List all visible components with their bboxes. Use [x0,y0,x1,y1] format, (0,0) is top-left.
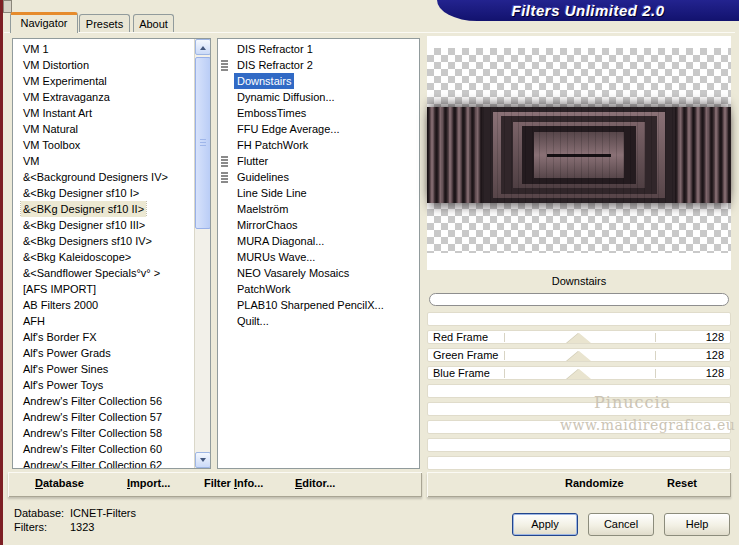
filter-item[interactable]: PLAB10 Sharpened PencilX... [218,297,419,313]
filter-item[interactable]: Line Side Line [218,185,419,201]
effect-columns-left [427,107,483,203]
filter-item[interactable]: FFU Edge Average... [218,121,419,137]
slider-tick [504,333,505,342]
app-title: Filters Unlimited 2.0 [511,2,664,19]
apply-button[interactable]: Apply [512,513,578,536]
category-item[interactable]: Andrew's Filter Collection 62 [13,457,192,469]
tab-presets[interactable]: Presets [79,14,130,33]
empty-slider-row [427,420,731,434]
category-item[interactable]: VM Extravaganza [13,89,192,105]
progress-bar [429,293,729,306]
slider-blue-frame[interactable]: Blue Frame 128 [427,366,731,380]
category-item[interactable]: VM [13,153,192,169]
filter-item[interactable]: PatchWork [218,281,419,297]
cancel-button[interactable]: Cancel [588,513,654,536]
category-item[interactable]: VM Distortion [13,57,192,73]
filter-item[interactable]: MURUs Wave... [218,249,419,265]
category-item[interactable]: VM Instant Art [13,105,192,121]
category-item[interactable]: Alf's Power Sines [13,361,192,377]
category-item[interactable]: Andrew's Filter Collection 60 [13,441,192,457]
scrollbar-thumb[interactable] [195,57,211,229]
slider-thumb[interactable] [567,369,591,379]
filter-item[interactable]: DIS Refractor 2 [218,57,419,73]
filter-item[interactable]: Flutter [218,153,419,169]
empty-slider-row [427,384,731,398]
title-banner: Filters Unlimited 2.0 [437,0,739,21]
category-item[interactable]: VM Experimental [13,73,192,89]
help-button[interactable]: Help [664,513,730,536]
category-item[interactable]: &<Sandflower Specials°v° > [13,265,192,281]
category-item[interactable]: Andrew's Filter Collection 56 [13,393,192,409]
category-scrollbar[interactable] [194,39,210,468]
menu-import[interactable]: Import... [127,477,170,489]
filters-unlimited-dialog: Filters Unlimited 2.0 Navigator Presets … [0,0,739,545]
slider-tick [655,333,656,342]
filter-item[interactable]: EmbossTimes [218,105,419,121]
category-item[interactable]: AFH [13,313,192,329]
slider-tick [504,351,505,360]
empty-slider-row [427,456,731,470]
status-database-value: ICNET-Filters [70,507,136,519]
category-item[interactable]: &<Bkg Designer sf10 I> [13,185,192,201]
preset-marker-icon [221,60,228,71]
chevron-up-icon [200,43,206,50]
status-filters-label: Filters: [14,521,70,533]
menu-reset[interactable]: Reset [667,477,697,489]
empty-slider-row [427,402,731,416]
preset-marker-icon [221,156,228,167]
filter-effect-band [427,107,731,203]
slider-red-frame[interactable]: Red Frame 128 [427,330,731,344]
scrollbar-down-button[interactable] [195,452,211,468]
category-item-selected[interactable]: &<BKg Designer sf10 II> [13,201,192,217]
slider-thumb[interactable] [567,351,591,361]
category-list[interactable]: VM 1 VM Distortion VM Experimental VM Ex… [12,38,211,469]
category-item[interactable]: &<Bkg Designer sf10 III> [13,217,192,233]
slider-tick [655,351,656,360]
category-item[interactable]: &<Bkg Kaleidoscope> [13,249,192,265]
status-filters-value: 1323 [70,521,94,533]
filter-item-selected[interactable]: Downstairs [218,73,419,89]
filter-item[interactable]: MirrorChaos [218,217,419,233]
filter-item[interactable]: MURA Diagonal... [218,233,419,249]
filter-item[interactable]: Maelström [218,201,419,217]
category-item[interactable]: Andrew's Filter Collection 58 [13,425,192,441]
category-item[interactable]: VM Natural [13,121,192,137]
background-stripe [0,0,3,545]
slider-label: Red Frame [433,331,488,344]
slider-green-frame[interactable]: Green Frame 128 [427,348,731,362]
menu-filter-info[interactable]: Filter Info... [204,477,263,489]
menu-bar-left: Database Import... Filter Info... Editor… [8,472,422,497]
category-item[interactable]: VM 1 [13,41,192,57]
category-item[interactable]: Andrew's Filter Collection 57 [13,409,192,425]
filter-item[interactable]: DIS Refractor 1 [218,41,419,57]
menu-editor[interactable]: Editor... [295,477,335,489]
category-item[interactable]: Alf's Power Grads [13,345,192,361]
filter-item[interactable]: Guidelines [218,169,419,185]
scrollbar-up-button[interactable] [195,39,211,55]
effect-columns-right [675,107,731,203]
filter-item[interactable]: NEO Vasarely Mosaics [218,265,419,281]
category-item[interactable]: &<Background Designers IV> [13,169,192,185]
category-item[interactable]: AB Filters 2000 [13,297,192,313]
slider-value: 128 [706,331,724,344]
filter-list[interactable]: DIS Refractor 1 DIS Refractor 2 Downstai… [217,38,420,469]
filter-item[interactable]: FH PatchWork [218,137,419,153]
tab-about[interactable]: About [133,14,174,33]
menu-randomize[interactable]: Randomize [565,477,624,489]
menu-database[interactable]: Database [35,477,84,489]
filter-item[interactable]: Quilt... [218,313,419,329]
category-item[interactable]: VM Toolbox [13,137,192,153]
category-item[interactable]: Alf's Border FX [13,329,192,345]
category-item[interactable]: &<Bkg Designers sf10 IV> [13,233,192,249]
status-database-label: Database: [14,507,70,519]
category-item[interactable]: Alf's Power Toys [13,377,192,393]
chevron-down-icon [200,458,206,465]
tab-baseline [4,32,735,33]
tab-navigator[interactable]: Navigator [10,12,78,33]
status-filters: Filters:1323 [14,521,94,533]
slider-thumb[interactable] [567,333,591,343]
slider-tick [655,369,656,378]
effect-nested-frames [483,107,675,203]
filter-item[interactable]: Dynamic Diffusion... [218,89,419,105]
category-item[interactable]: [AFS IMPORT] [13,281,192,297]
